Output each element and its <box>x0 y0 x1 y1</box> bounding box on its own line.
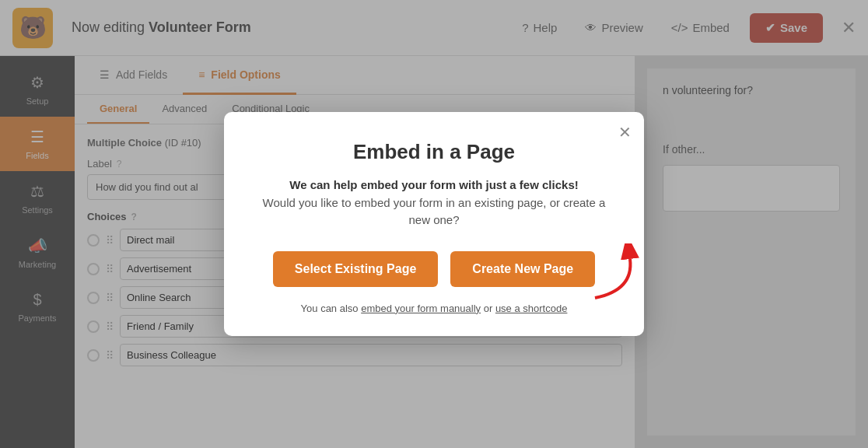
footer-prefix: You can also <box>301 303 362 314</box>
create-new-page-button[interactable]: Create New Page <box>450 251 595 287</box>
modal-title: Embed in a Page <box>255 140 613 164</box>
modal-desc-line2: Would you like to embed your form in an … <box>263 196 606 227</box>
modal-buttons: Select Existing Page Create New Page <box>255 251 613 287</box>
select-existing-page-button[interactable]: Select Existing Page <box>273 251 439 287</box>
modal-close-button[interactable]: ✕ <box>618 123 632 142</box>
embed-modal: ✕ Embed in a Page We can help embed your… <box>224 112 644 336</box>
arrow-pointer <box>587 243 649 306</box>
embed-manually-link[interactable]: embed your form manually <box>361 303 481 314</box>
create-new-page-wrapper: Create New Page <box>450 251 595 287</box>
modal-description: We can help embed your form with just a … <box>255 177 613 229</box>
footer-or: or <box>484 303 495 314</box>
modal-overlay: ✕ Embed in a Page We can help embed your… <box>0 0 868 448</box>
use-shortcode-link[interactable]: use a shortcode <box>495 303 568 314</box>
modal-footer: You can also embed your form manually or… <box>255 303 613 314</box>
modal-desc-line1: We can help embed your form with just a … <box>289 178 578 191</box>
